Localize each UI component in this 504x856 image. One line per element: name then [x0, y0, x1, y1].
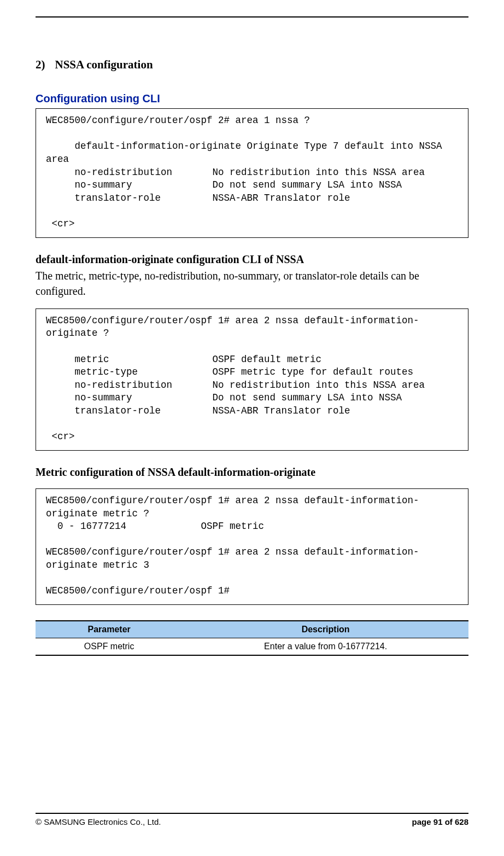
table-cell-parameter: OSPF metric [36, 638, 183, 655]
paragraph-1-title: default-information-originate configurat… [36, 253, 468, 266]
chapter-header: CHAPTER 3. Data Network Function [36, 0, 468, 20]
cli-heading: Configuration using CLI [36, 92, 468, 105]
table-row: OSPF metric Enter a value from 0-1677721… [36, 638, 468, 655]
paragraph-2-title: Metric configuration of NSSA default-inf… [36, 466, 468, 479]
section-heading: 2)NSSA configuration [36, 58, 468, 72]
table-header-description: Description [183, 621, 468, 638]
footer-copyright: © SAMSUNG Electronics Co., Ltd. [36, 817, 161, 826]
cli-output-2: WEC8500/configure/router/ospf 1# area 2 … [36, 308, 468, 451]
page: CHAPTER 3. Data Network Function 2)NSSA … [0, 0, 504, 843]
section-title: NSSA configuration [55, 58, 153, 71]
table-header-parameter: Parameter [36, 621, 183, 638]
table-cell-description: Enter a value from 0-16777214. [183, 638, 468, 655]
section-number: 2) [36, 58, 45, 72]
header-rule [36, 16, 468, 18]
paragraph-1-body: The metric, metric-type, no-redistributi… [36, 268, 468, 299]
cli-output-1: WEC8500/configure/router/ospf 2# area 1 … [36, 108, 468, 238]
parameter-table: Parameter Description OSPF metric Enter … [36, 620, 468, 656]
footer-page-number: page 91 of 628 [412, 817, 468, 826]
table-header-row: Parameter Description [36, 621, 468, 638]
cli-output-3: WEC8500/configure/router/ospf 1# area 2 … [36, 488, 468, 605]
page-footer: © SAMSUNG Electronics Co., Ltd. page 91 … [36, 813, 468, 826]
